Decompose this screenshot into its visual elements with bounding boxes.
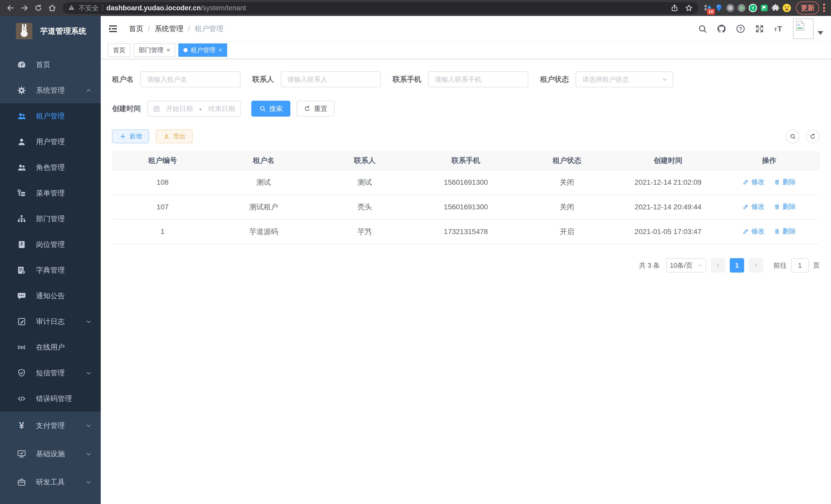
sidebar: 芋道管理系统 首页 系统管理 bbox=[0, 16, 101, 504]
contact-input[interactable] bbox=[281, 71, 381, 87]
edit-button[interactable]: 修改 bbox=[742, 202, 765, 211]
tenant-name-input[interactable] bbox=[140, 71, 240, 87]
bookmark-button[interactable] bbox=[683, 2, 695, 14]
trash-icon bbox=[774, 179, 780, 185]
extension-grid-button[interactable]: 10 bbox=[702, 2, 713, 14]
tag-close-icon[interactable]: × bbox=[167, 47, 170, 53]
refresh-table-button[interactable] bbox=[806, 129, 820, 143]
sidebar-item-sms[interactable]: 短信管理 bbox=[0, 360, 101, 386]
sidebar-item-online-users[interactable]: 在线用户 bbox=[0, 334, 101, 360]
search-button[interactable]: 搜索 bbox=[251, 101, 290, 117]
page-size-select[interactable]: 10条/页 bbox=[666, 258, 706, 272]
page-unit-label: 页 bbox=[813, 261, 820, 270]
sidebar-item-error-code[interactable]: 错误码管理 bbox=[0, 386, 101, 412]
export-button[interactable]: 导出 bbox=[156, 129, 193, 143]
status-value: 关闭 bbox=[516, 170, 618, 195]
sidebar-item-audit-log[interactable]: 审计日志 bbox=[0, 309, 101, 334]
toggle-search-button[interactable] bbox=[786, 129, 800, 143]
header-search-button[interactable] bbox=[695, 21, 710, 36]
chevron-left-icon bbox=[715, 262, 721, 268]
sidebar-item-menu[interactable]: 菜单管理 bbox=[0, 180, 101, 206]
sidebar-item-tenant[interactable]: 租户管理 bbox=[0, 103, 101, 129]
create-time-label: 创建时间 bbox=[112, 104, 141, 114]
address-bar[interactable]: 不安全 dashboard.yudao.iocoder.cn/system/te… bbox=[63, 2, 698, 14]
tag-home[interactable]: 首页 bbox=[108, 43, 131, 57]
delete-button[interactable]: 删除 bbox=[774, 227, 796, 236]
extension-chat-button[interactable] bbox=[758, 2, 770, 14]
extension-yuque-button[interactable]: Y bbox=[747, 2, 758, 14]
sidebar-item-dev-tools[interactable]: 研发工具 bbox=[0, 468, 101, 496]
add-button[interactable]: 新增 bbox=[112, 129, 149, 143]
sidebar-item-pay[interactable]: ¥ 支付管理 bbox=[0, 412, 101, 440]
app-frame: 芋道管理系统 首页 系统管理 bbox=[0, 16, 831, 504]
svg-text:⌘: ⌘ bbox=[728, 5, 733, 11]
app-logo[interactable]: 芋道管理系统 bbox=[0, 16, 101, 46]
extension-balloon-button[interactable] bbox=[713, 2, 725, 14]
sidebar-item-post[interactable]: 岗位管理 bbox=[0, 232, 101, 258]
font-size-button[interactable]: TT bbox=[771, 21, 786, 36]
balloon-icon bbox=[714, 3, 724, 13]
delete-button[interactable]: 删除 bbox=[774, 202, 796, 211]
mobile-input[interactable] bbox=[428, 71, 528, 87]
sidebar-item-dept[interactable]: 部门管理 bbox=[0, 206, 101, 232]
browser-forward-button[interactable] bbox=[18, 1, 31, 15]
puzzle-icon bbox=[771, 3, 780, 13]
tag-active-dot bbox=[183, 48, 188, 52]
sidebar-item-home[interactable]: 首页 bbox=[0, 52, 101, 78]
breadcrumb-home[interactable]: 首页 bbox=[129, 24, 143, 34]
next-page-button[interactable] bbox=[749, 258, 763, 272]
tag-close-icon[interactable]: × bbox=[219, 47, 222, 53]
chevron-down-icon bbox=[85, 369, 92, 376]
edit-button[interactable]: 修改 bbox=[742, 227, 765, 236]
browser-profile-avatar[interactable] bbox=[781, 2, 793, 14]
avatar-dropdown-caret[interactable] bbox=[818, 31, 823, 35]
extension-recorder-button[interactable] bbox=[736, 2, 747, 14]
sidebar-item-label: 系统管理 bbox=[36, 86, 65, 95]
fullscreen-button[interactable] bbox=[752, 21, 767, 36]
col-status: 租户状态 bbox=[516, 151, 618, 170]
main-area: 首页 / 系统管理 / 租户管理 ? T bbox=[101, 16, 831, 504]
github-link-button[interactable] bbox=[714, 21, 729, 36]
browser-reload-button[interactable] bbox=[31, 1, 45, 15]
reset-button[interactable]: 重置 bbox=[296, 101, 335, 117]
broadcast-icon bbox=[17, 342, 27, 352]
sidebar-item-label: 菜单管理 bbox=[36, 188, 65, 198]
sidebar-item-label: 审计日志 bbox=[36, 317, 65, 326]
tag-label: 租户管理 bbox=[191, 46, 215, 54]
help-button[interactable]: ? bbox=[733, 21, 748, 36]
sidebar-item-system[interactable]: 系统管理 bbox=[0, 78, 101, 103]
browser-back-button[interactable] bbox=[4, 1, 18, 15]
sidebar-fold-button[interactable] bbox=[108, 23, 119, 34]
edit-button[interactable]: 修改 bbox=[742, 178, 765, 186]
goto-page-input[interactable] bbox=[791, 258, 809, 272]
prev-page-button[interactable] bbox=[711, 258, 725, 272]
fold-icon bbox=[108, 24, 118, 34]
sidebar-item-infra[interactable]: 基础设施 bbox=[0, 440, 101, 468]
share-button[interactable] bbox=[668, 2, 681, 14]
sidebar-item-notice[interactable]: 通知公告 bbox=[0, 283, 101, 309]
browser-home-button[interactable] bbox=[45, 1, 59, 15]
sidebar-item-label: 用户管理 bbox=[36, 137, 65, 147]
tag-tenant[interactable]: 租户管理 × bbox=[178, 43, 227, 57]
user-icon bbox=[17, 137, 27, 147]
browser-menu-button[interactable]: ••• bbox=[821, 3, 827, 13]
page-number-1[interactable]: 1 bbox=[730, 258, 744, 272]
sidebar-item-role[interactable]: 角色管理 bbox=[0, 155, 101, 180]
sidebar-item-user[interactable]: 用户管理 bbox=[0, 129, 101, 155]
extensions-menu-button[interactable] bbox=[770, 2, 781, 14]
github-icon bbox=[717, 24, 726, 34]
sidebar-item-dict[interactable]: 字典管理 bbox=[0, 258, 101, 283]
delete-button[interactable]: 删除 bbox=[774, 178, 796, 186]
extension-command-button[interactable]: ⌘ bbox=[725, 2, 736, 14]
filter-row-2: 创建时间 开始日期 - 结束日期 搜索 重置 bbox=[112, 101, 820, 117]
sidebar-item-label: 角色管理 bbox=[36, 162, 65, 172]
fullscreen-icon bbox=[755, 24, 765, 34]
security-label[interactable]: 不安全 bbox=[79, 4, 99, 12]
status-select[interactable] bbox=[576, 71, 673, 87]
tag-dept[interactable]: 部门管理 × bbox=[134, 43, 175, 57]
chrome-update-button[interactable]: 更新 bbox=[796, 2, 819, 14]
date-range-picker[interactable]: 开始日期 - 结束日期 bbox=[147, 101, 240, 117]
users-icon bbox=[17, 111, 27, 121]
browser-toolbar: 不安全 dashboard.yudao.iocoder.cn/system/te… bbox=[0, 0, 831, 16]
user-avatar[interactable] bbox=[793, 19, 813, 39]
